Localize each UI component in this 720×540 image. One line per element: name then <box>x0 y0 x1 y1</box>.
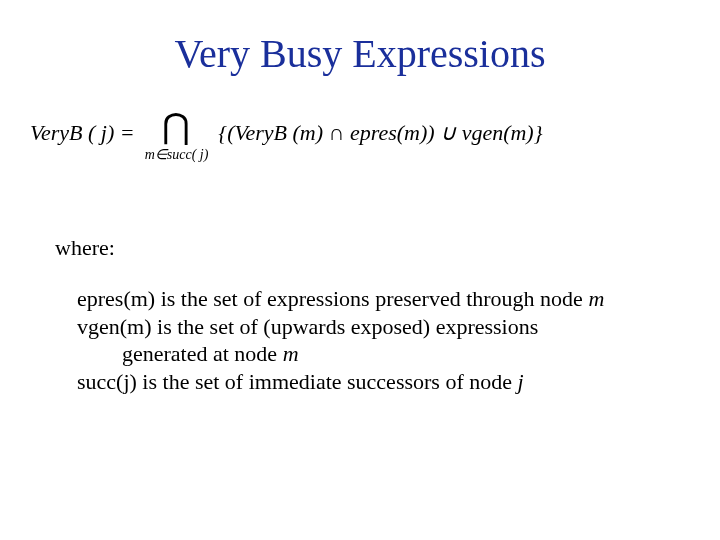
def-vgen-var: m <box>283 341 299 366</box>
def-succ-text: succ(j) is the set of immediate successo… <box>77 369 517 394</box>
formula: VeryB ( j) = ⋂ m∈succ( j) {(VeryB (m) ∩ … <box>30 120 690 173</box>
def-vgen-text: vgen(m) is the set of (upwards exposed) … <box>77 314 538 339</box>
formula-rhs: {(VeryB (m) ∩ epres(m)) ∪ vgen(m)} <box>218 120 542 146</box>
def-vgen-cont: generated at node m <box>77 340 657 368</box>
def-succ: succ(j) is the set of immediate successo… <box>77 368 657 396</box>
page-title: Very Busy Expressions <box>0 30 720 77</box>
intersection-icon: ⋂ <box>162 110 190 144</box>
where-heading: where: <box>55 235 115 261</box>
def-vgen-cont-text: generated at node <box>122 341 283 366</box>
definitions-block: epres(m) is the set of expressions prese… <box>77 285 657 395</box>
formula-lhs: VeryB ( j) = <box>30 120 135 146</box>
def-epres-text: epres(m) is the set of expressions prese… <box>77 286 588 311</box>
def-epres-var: m <box>588 286 604 311</box>
def-epres: epres(m) is the set of expressions prese… <box>77 285 657 313</box>
formula-subscript: m∈succ( j) <box>145 146 209 163</box>
formula-operator: ⋂ m∈succ( j) <box>145 110 209 163</box>
def-succ-var: j <box>517 369 523 394</box>
def-vgen: vgen(m) is the set of (upwards exposed) … <box>77 313 657 341</box>
slide: Very Busy Expressions VeryB ( j) = ⋂ m∈s… <box>0 0 720 540</box>
